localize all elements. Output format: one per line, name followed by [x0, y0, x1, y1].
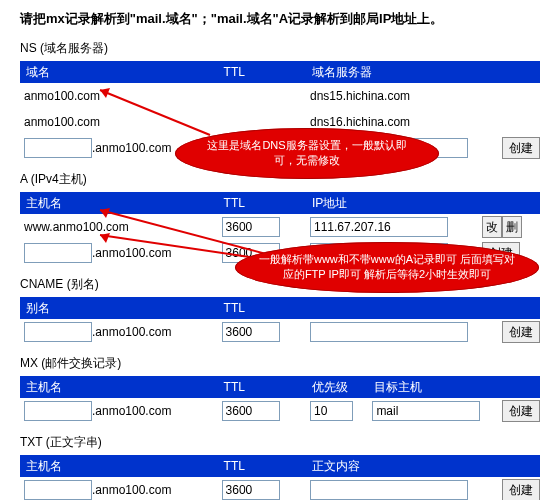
- txt-table: 主机名 TTL 正文内容 .anmo100.com 创建: [20, 455, 540, 500]
- txt-create-button[interactable]: 创建: [502, 479, 540, 500]
- callout-a: 一般解析带www和不带www的A记录即可 后面填写对应的FTP IP即可 解析后…: [235, 242, 539, 293]
- mx-target-input[interactable]: [372, 401, 480, 421]
- txt-content-input[interactable]: [310, 480, 468, 500]
- cname-table: 别名 TTL .anmo100.com 创建: [20, 297, 540, 345]
- callout-ns: 这里是域名DNS服务器设置，一般默认即可，无需修改: [175, 128, 439, 179]
- svg-line-0: [100, 90, 210, 135]
- txt-suffix: .anmo100.com: [92, 483, 171, 497]
- mx-suffix: .anmo100.com: [92, 404, 171, 418]
- mx-create-button[interactable]: 创建: [502, 400, 540, 422]
- mx-table: 主机名 TTL 优先级 目标主机 .anmo100.com 创建: [20, 376, 540, 424]
- txt-input-row: .anmo100.com 创建: [20, 477, 540, 500]
- mx-input-row: .anmo100.com 创建: [20, 398, 540, 424]
- mx-header-host: 主机名: [20, 376, 218, 398]
- cname-alias-input[interactable]: [24, 322, 92, 342]
- ns-row-server: dns15.hichina.com: [306, 83, 498, 109]
- mx-host-input[interactable]: [24, 401, 92, 421]
- cname-suffix: .anmo100.com: [92, 325, 171, 339]
- cname-target-input[interactable]: [310, 322, 468, 342]
- cname-header-ttl: TTL: [218, 297, 306, 319]
- mx-header-target: 目标主机: [368, 376, 498, 398]
- svg-line-4: [100, 235, 270, 260]
- txt-ttl-input[interactable]: [222, 480, 280, 500]
- mx-header-ttl: TTL: [218, 376, 306, 398]
- mx-ttl-input[interactable]: [222, 401, 280, 421]
- a-row-ip-input[interactable]: [310, 217, 448, 237]
- mx-priority-input[interactable]: [310, 401, 353, 421]
- a-delete-button[interactable]: 删: [502, 216, 522, 238]
- cname-create-button[interactable]: 创建: [502, 321, 540, 343]
- cname-input-row: .anmo100.com 创建: [20, 319, 540, 345]
- top-instruction: 请把mx记录解析到"mail.域名"；"mail.域名"A记录解析到邮局IP地址…: [20, 10, 540, 28]
- txt-header-host: 主机名: [20, 455, 218, 477]
- txt-header-ttl: TTL: [218, 455, 306, 477]
- cname-ttl-input[interactable]: [222, 322, 280, 342]
- a-header-ip: IP地址: [306, 192, 478, 214]
- cname-header-alias: 别名: [20, 297, 218, 319]
- a-modify-button[interactable]: 改: [482, 216, 502, 238]
- ns-header-ttl: TTL: [218, 61, 306, 83]
- ns-section-title: NS (域名服务器): [20, 40, 540, 57]
- txt-header-content: 正文内容: [306, 455, 498, 477]
- mx-section-title: MX (邮件交换记录): [20, 355, 540, 372]
- mx-header-priority: 优先级: [306, 376, 368, 398]
- ns-create-button[interactable]: 创建: [502, 137, 540, 159]
- txt-host-input[interactable]: [24, 480, 92, 500]
- ns-header-server: 域名服务器: [306, 61, 498, 83]
- txt-section-title: TXT (正文字串): [20, 434, 540, 451]
